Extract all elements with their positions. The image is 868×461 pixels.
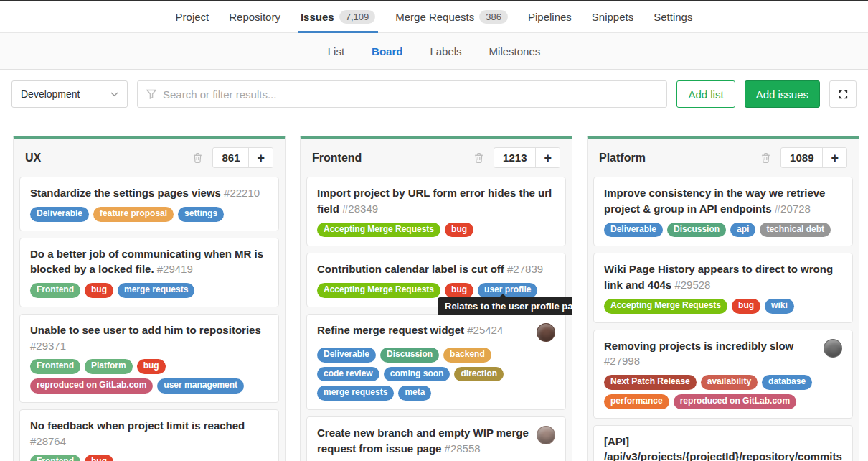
issue-title: Create new branch and empty WIP merge re… xyxy=(317,427,529,455)
issue-card[interactable]: [API] /api/v3/projects/{projectId}/repos… xyxy=(593,425,853,461)
subnav-item-list[interactable]: List xyxy=(328,45,344,57)
label-list: FrontendPlatformbugreproduced on GitLab.… xyxy=(30,359,268,394)
card-title: Standardize the settings pages views #22… xyxy=(30,185,268,201)
issue-card[interactable]: Import project by URL form error hides t… xyxy=(306,177,566,246)
issue-number: #28558 xyxy=(445,442,481,455)
label-pill-performance[interactable]: performance xyxy=(604,394,669,409)
issue-title: No feedback when project limit is reache… xyxy=(30,419,245,432)
assignee-avatar[interactable] xyxy=(537,426,555,444)
label-pill-bug[interactable]: bug xyxy=(85,283,113,298)
card-head: Wiki Page History appears to direct to w… xyxy=(604,261,842,293)
nav-item-repository[interactable]: Repository xyxy=(219,1,291,32)
label-pill-bug[interactable]: bug xyxy=(732,299,760,314)
card-title: Improve consistency in the way we retrie… xyxy=(604,185,842,217)
label-pill-discussion[interactable]: Discussion xyxy=(380,348,439,363)
label-pill-discussion[interactable]: Discussion xyxy=(667,223,726,238)
label-pill-accepting-merge-requests[interactable]: Accepting Merge Requests xyxy=(317,223,440,238)
filter-bar: Development Add list Add issues xyxy=(0,70,868,118)
trash-icon xyxy=(474,152,483,163)
nav-item-merge-requests[interactable]: Merge Requests 386 xyxy=(385,1,518,32)
label-pill-reproduced-on-gitlab-com[interactable]: reproduced on GitLab.com xyxy=(674,394,796,409)
nav-item-project[interactable]: Project xyxy=(166,1,220,32)
label-pill-frontend[interactable]: Frontend xyxy=(30,283,80,298)
label-pill-frontend[interactable]: Frontend xyxy=(30,455,80,461)
issue-card[interactable]: Wiki Page History appears to direct to w… xyxy=(593,253,853,322)
label-pill-platform[interactable]: Platform xyxy=(85,359,133,374)
label-pill-availability[interactable]: availability xyxy=(701,375,758,390)
add-list-button[interactable]: Add list xyxy=(676,80,735,108)
nav-item-label: Settings xyxy=(654,11,692,23)
label-pill-user-profile[interactable]: user profile xyxy=(478,283,537,298)
board-select[interactable]: Development xyxy=(11,80,128,108)
add-issue-button[interactable]: + xyxy=(535,148,560,167)
label-pill-wiki[interactable]: wiki xyxy=(765,299,794,314)
subnav-item-board[interactable]: Board xyxy=(372,45,402,57)
label-pill-feature-proposal[interactable]: feature proposal xyxy=(93,207,174,222)
board-subnav: ListBoardLabelsMilestones xyxy=(0,33,868,70)
label-pill-database[interactable]: database xyxy=(762,375,812,390)
label-list: DeliverableDiscussionapitechnical debt xyxy=(604,223,842,238)
issue-card[interactable]: Contribution calendar label is cut off #… xyxy=(306,253,566,307)
nav-item-label: Pipelines xyxy=(528,11,572,23)
label-list: Accepting Merge Requestsbug xyxy=(317,223,555,238)
issue-card[interactable]: Removing projects is incredibly slow #27… xyxy=(593,330,853,419)
label-pill-code-review[interactable]: code review xyxy=(317,367,379,382)
nav-item-pipelines[interactable]: Pipelines xyxy=(518,1,582,32)
search-input[interactable] xyxy=(163,88,658,101)
column-title: Frontend xyxy=(312,152,362,164)
label-pill-next-patch-release[interactable]: Next Patch Release xyxy=(604,375,697,390)
issue-card[interactable]: Create new branch and empty WIP merge re… xyxy=(306,416,566,461)
label-pill-reproduced-on-gitlab-com[interactable]: reproduced on GitLab.com xyxy=(30,378,153,394)
label-pill-deliverable[interactable]: Deliverable xyxy=(30,207,89,222)
label-pill-deliverable[interactable]: Deliverable xyxy=(604,223,663,238)
issue-card[interactable]: Standardize the settings pages views #22… xyxy=(19,177,279,231)
assignee-avatar[interactable] xyxy=(824,339,842,358)
nav-item-settings[interactable]: Settings xyxy=(643,1,702,32)
issue-number: #29419 xyxy=(157,263,193,275)
add-issue-button[interactable]: + xyxy=(822,148,846,167)
assignee-avatar[interactable] xyxy=(537,323,555,342)
nav-item-issues[interactable]: Issues 7,109 xyxy=(291,1,385,32)
tooltip: Relates to the user profile page xyxy=(438,297,572,315)
issue-count-group: 1089 + xyxy=(780,147,847,168)
fullscreen-icon xyxy=(838,89,849,100)
add-issues-button[interactable]: Add issues xyxy=(745,80,820,108)
nav-item-snippets[interactable]: Snippets xyxy=(582,1,643,32)
issue-count-group: 1213 + xyxy=(494,147,560,168)
label-pill-deliverable[interactable]: Deliverable xyxy=(317,348,376,363)
label-pill-bug[interactable]: bug xyxy=(445,283,473,298)
issue-card[interactable]: No feedback when project limit is reache… xyxy=(19,409,279,461)
label-pill-accepting-merge-requests[interactable]: Accepting Merge Requests xyxy=(604,299,727,314)
issue-number: #22210 xyxy=(224,187,260,199)
label-pill-merge-requests[interactable]: merge requests xyxy=(118,283,194,298)
issue-card[interactable]: Unable to see user to add him to reposit… xyxy=(19,314,279,403)
issue-card[interactable]: Refine merge request widget #25424 Deliv… xyxy=(306,314,566,410)
issue-card[interactable]: Improve consistency in the way we retrie… xyxy=(593,177,853,246)
delete-list-button[interactable] xyxy=(761,152,770,163)
label-pill-meta[interactable]: meta xyxy=(398,386,431,401)
label-pill-settings[interactable]: settings xyxy=(178,207,224,222)
delete-list-button[interactable] xyxy=(474,152,483,163)
nav-item-label: Project xyxy=(176,11,209,23)
label-pill-merge-requests[interactable]: merge requests xyxy=(317,386,394,401)
label-pill-coming-soon[interactable]: coming soon xyxy=(384,367,450,382)
subnav-item-labels[interactable]: Labels xyxy=(430,45,461,57)
label-pill-bug[interactable]: bug xyxy=(137,359,166,374)
add-issue-button[interactable]: + xyxy=(248,148,273,167)
label-pill-bug[interactable]: bug xyxy=(85,455,113,461)
card-head: Removing projects is incredibly slow #27… xyxy=(604,338,842,370)
card-head: Do a better job of communicating when MR… xyxy=(30,246,268,278)
label-pill-direction[interactable]: direction xyxy=(454,367,504,382)
label-pill-frontend[interactable]: Frontend xyxy=(30,359,80,374)
label-pill-api[interactable]: api xyxy=(730,223,755,238)
issue-title: Refine merge request widget xyxy=(317,324,464,336)
delete-list-button[interactable] xyxy=(193,152,202,163)
subnav-item-milestones[interactable]: Milestones xyxy=(489,45,541,57)
label-pill-accepting-merge-requests[interactable]: Accepting Merge Requests xyxy=(317,283,440,298)
label-pill-backend[interactable]: backend xyxy=(443,348,491,363)
label-pill-bug[interactable]: bug xyxy=(445,223,473,238)
fullscreen-button[interactable] xyxy=(829,80,857,108)
issue-card[interactable]: Do a better job of communicating when MR… xyxy=(19,238,279,307)
label-pill-technical-debt[interactable]: technical debt xyxy=(760,223,831,238)
label-pill-user-management[interactable]: user management xyxy=(157,378,244,394)
